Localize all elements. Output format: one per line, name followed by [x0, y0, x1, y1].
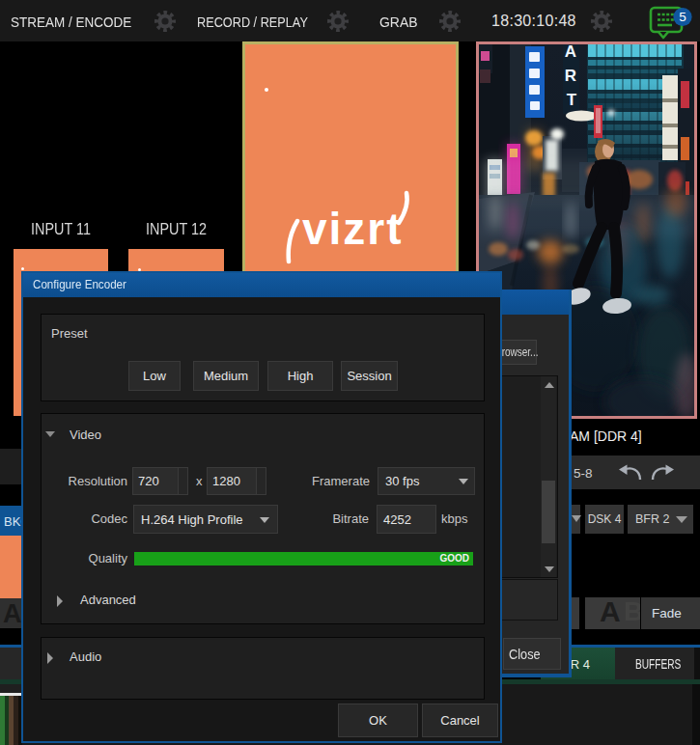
svg-text:vizrt: vizrt [302, 204, 404, 254]
svg-text:A: A [565, 44, 576, 61]
svg-text:T: T [567, 91, 577, 109]
svg-text:5: 5 [679, 10, 686, 24]
svg-text:R: R [565, 67, 576, 85]
